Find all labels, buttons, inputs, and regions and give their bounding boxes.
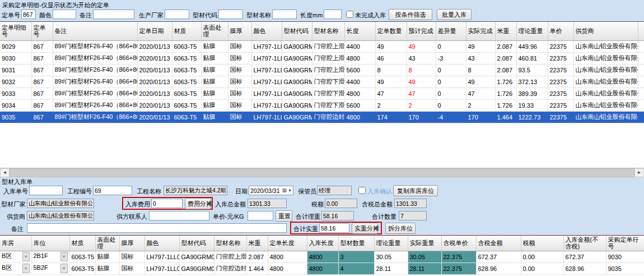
grid-cell[interactable]: 1.464 (246, 263, 268, 274)
order-row[interactable]: 902986789#门框型材F26-F40（866+867）2020/01/13… (0, 40, 644, 52)
grid-cell[interactable]: 0 (436, 99, 466, 111)
grid-cell[interactable]: 49 (407, 40, 436, 52)
grid-cell[interactable]: 9035 (0, 111, 31, 123)
grid-cell[interactable]: 国标 (228, 88, 251, 99)
grid-cell[interactable]: 49 (466, 40, 495, 52)
grid-cell[interactable]: GA90GRM04 (282, 99, 312, 111)
grid-cell[interactable]: GA90GRM03 (282, 64, 312, 76)
dropdown-arrow-icon[interactable]: ▼ (288, 188, 292, 192)
grid-cell[interactable]: LH797-1LL0 (251, 76, 282, 88)
grid-cell[interactable]: 9029 (0, 40, 31, 52)
grid-cell[interactable]: 4400 (344, 76, 375, 88)
grid-cell[interactable]: 672.37 (476, 251, 521, 263)
grid-cell[interactable]: 89#门框型材F26-F40（866+867） (53, 64, 137, 76)
grid-cell[interactable]: 47 (466, 88, 495, 99)
grid-cell[interactable]: 门帘腔下滑 (312, 76, 344, 88)
grid-cell[interactable]: 89#门框型材F26-F40（866+867） (53, 76, 137, 88)
grid-cell[interactable]: 贴膜 (201, 76, 228, 88)
grid-cell[interactable]: 30.05 (374, 251, 408, 263)
scroll-thumb[interactable] (10, 168, 634, 177)
grid-cell[interactable]: 国标 (119, 263, 144, 274)
grid-cell[interactable]: 28.11 (408, 263, 441, 274)
order-row[interactable]: 903586789#门框型材F26-F40（866+867）2020/01/13… (0, 111, 644, 123)
grid-cell[interactable]: -4 (436, 111, 466, 123)
grid-cell[interactable]: 867 (31, 111, 53, 123)
grid-cell[interactable]: 9034 (0, 99, 31, 111)
order-row[interactable]: 903186789#门框型材F26-F40（866+867）2020/01/13… (0, 64, 644, 76)
filter-color-input[interactable] (53, 10, 76, 19)
grid-cell[interactable]: 19.33 (516, 99, 548, 111)
grid-cell[interactable]: 2.087 (495, 52, 516, 64)
grid-cell[interactable]: 2020/01/13 (137, 111, 172, 123)
grid-cell[interactable]: 867 (31, 88, 53, 99)
grid-cell[interactable]: 8 (466, 64, 495, 76)
grid-cell[interactable]: 89#门框型材F26-F40（866+867） (53, 99, 137, 111)
grid-cell[interactable]: 1222.73 (516, 111, 548, 123)
grid-cell[interactable]: 89#门框型材F26-F40（866+867） (53, 111, 137, 123)
grid-cell[interactable]: 389.39 (516, 88, 548, 99)
grid-cell[interactable]: 4800 (268, 263, 307, 274)
grid-cell[interactable]: 门帘腔下滑 (312, 88, 344, 99)
grid-cell[interactable]: 4400 (344, 40, 375, 52)
grid-cell[interactable]: 国标 (228, 40, 251, 52)
filter-length-input[interactable] (324, 10, 342, 19)
grid-cell[interactable]: 门帘腔上滑 (214, 251, 246, 263)
inbound-no-input[interactable] (29, 186, 63, 195)
grid-cell[interactable]: 贴膜 (201, 52, 228, 64)
tax-input[interactable] (325, 199, 357, 208)
grid-cell[interactable]: GA90GRM03 (179, 251, 214, 263)
grid-cell[interactable]: 372.13 (516, 76, 548, 88)
grid-cell[interactable]: 628.96 (563, 263, 606, 274)
unit-price-input[interactable] (248, 211, 273, 220)
grid-cell[interactable]: 6063-T5 (172, 52, 201, 64)
total-theory-weight-input[interactable] (321, 211, 354, 220)
grid-cell[interactable]: 47 (375, 88, 407, 99)
order-row[interactable]: 903386789#门框型材F26-F40（866+867）2020/01/13… (0, 88, 644, 99)
grid-cell[interactable]: LH797-1LL0 (251, 40, 282, 52)
grid-cell[interactable]: 国标 (228, 111, 251, 123)
grid-cell[interactable]: 山东南山铝业股份有限公司 (573, 52, 638, 64)
grid-cell[interactable]: 22.375 (441, 263, 476, 274)
grid-cell[interactable]: 4800 (344, 88, 375, 99)
grid-cell[interactable]: 2 (407, 99, 436, 111)
grid-cell[interactable]: 4 (338, 263, 374, 274)
grid-cell[interactable]: 0 (436, 76, 466, 88)
grid-cell[interactable]: 8 (407, 64, 436, 76)
grid-cell[interactable]: 门帘腔上滑 (312, 40, 344, 52)
grid-cell[interactable]: 49 (375, 76, 407, 88)
grid-cell[interactable]: 2020/01/13 (137, 76, 172, 88)
grid-cell[interactable]: 2020/01/13 (137, 88, 172, 99)
grid-cell[interactable]: 4800 (307, 263, 338, 274)
inbound-confirm-checkbox[interactable] (358, 187, 366, 194)
grid-cell[interactable]: 22375 (548, 76, 573, 88)
grid-cell[interactable]: 49 (375, 40, 407, 52)
date-input[interactable]: 2020/03/31 ▦ ▼ (249, 186, 293, 195)
grid-cell[interactable]: 门帘腔上滑 (312, 52, 344, 64)
grid-cell[interactable]: 867 (31, 64, 53, 76)
filter-profile-name-input[interactable] (272, 10, 297, 19)
grid-cell[interactable]: 672.37 (563, 251, 606, 263)
grid-cell[interactable]: 46 (375, 52, 407, 64)
grid-cell[interactable]: 22375 (548, 99, 573, 111)
grid-cell[interactable]: GA90GRM04 (282, 88, 312, 99)
order-row[interactable]: 903486789#门框型材F26-F40（866+867）2020/01/13… (0, 99, 644, 111)
grid-cell[interactable]: 贴膜 (95, 263, 119, 274)
grid-cell[interactable]: 4800 (307, 251, 338, 263)
grid-cell[interactable]: 47 (407, 88, 436, 99)
grid-cell[interactable]: 山东南山铝业股份有限公司 (573, 88, 638, 99)
supplier-input[interactable] (27, 211, 94, 220)
copy-warehouse-location-button[interactable]: 复制库房库位 (393, 185, 438, 196)
grid-cell[interactable]: LH797-1LL0 (251, 88, 282, 99)
grid-cell[interactable]: 6063-T5 (172, 111, 201, 123)
grid-cell[interactable]: 贴膜 (201, 64, 228, 76)
grid-cell[interactable]: 5600 (344, 64, 375, 76)
grid-cell[interactable]: LH797-1LL0 (251, 52, 282, 64)
grid-cell[interactable]: 门帘腔边封 (312, 111, 344, 123)
grid-cell[interactable]: 449.96 (516, 40, 548, 52)
grid-cell[interactable]: 89#门框型材F26-F40（866+867） (53, 88, 137, 99)
dropdown-arrow-icon[interactable]: ˅ (60, 252, 68, 261)
grid-cell[interactable]: 6063-T5 (172, 88, 201, 99)
grid-cell[interactable]: 2 (375, 99, 407, 111)
scroll-left-icon[interactable]: ◄ (0, 168, 10, 177)
grid-cell[interactable]: 国标 (119, 251, 144, 263)
